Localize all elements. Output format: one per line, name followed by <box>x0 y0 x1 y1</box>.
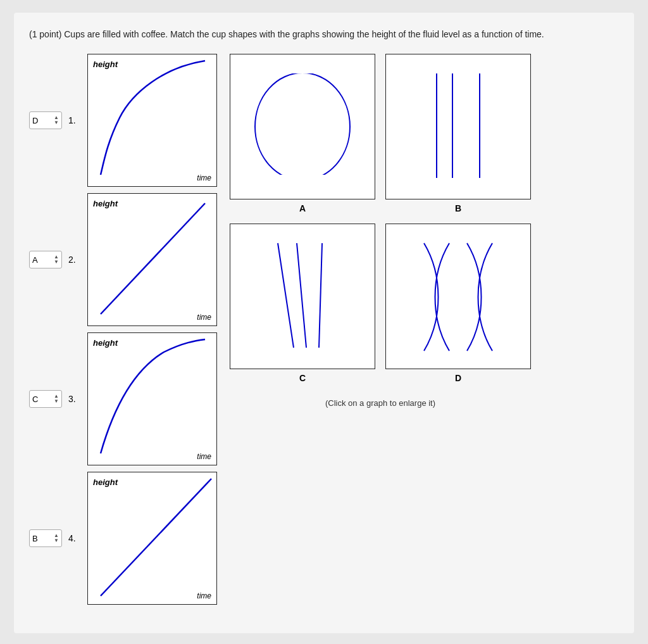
cup-row-top: A B <box>230 54 531 213</box>
cup-box-C[interactable] <box>230 224 375 369</box>
item-number-2: 2. <box>68 255 81 265</box>
question-text: (1 point) Cups are filled with coffee. M… <box>29 28 619 41</box>
cup-C-label: C <box>299 373 306 383</box>
main-content: D ▲▼ 1. height time A ▲▼ <box>29 54 619 605</box>
svg-point-0 <box>255 73 350 180</box>
svg-line-8 <box>319 243 322 348</box>
graph-box-1[interactable]: height time <box>87 54 217 187</box>
dropdown-3-arrows: ▲▼ <box>54 394 59 404</box>
svg-rect-2 <box>230 175 375 199</box>
cup-row-bottom: C D <box>230 224 531 383</box>
dropdown-3-value: C <box>32 395 54 404</box>
svg-line-6 <box>278 243 294 348</box>
graph-box-4[interactable]: height time <box>87 472 217 605</box>
left-column: D ▲▼ 1. height time A ▲▼ <box>29 54 217 605</box>
cup-box-D[interactable] <box>385 224 531 369</box>
dropdown-2[interactable]: A ▲▼ <box>29 251 62 268</box>
cup-A-label: A <box>299 203 306 213</box>
cup-D-label: D <box>455 373 461 383</box>
graph-row-4: B ▲▼ 4. height time <box>29 472 217 605</box>
dropdown-3[interactable]: C ▲▼ <box>29 390 62 408</box>
cup-box-A[interactable] <box>230 54 375 199</box>
graph-box-3[interactable]: height time <box>87 332 217 465</box>
dropdown-4[interactable]: B ▲▼ <box>29 529 62 547</box>
graph-row-3: C ▲▼ 3. height time <box>29 332 217 465</box>
dropdown-1-arrows: ▲▼ <box>54 115 59 125</box>
graph-row-1: D ▲▼ 1. height time <box>29 54 217 187</box>
dropdown-1[interactable]: D ▲▼ <box>29 111 62 129</box>
item-number-1: 1. <box>68 115 81 125</box>
click-hint: (Click on a graph to enlarge it) <box>230 398 531 408</box>
main-card: (1 point) Cups are filled with coffee. M… <box>14 13 634 633</box>
svg-line-7 <box>297 243 306 348</box>
cup-B-label: B <box>455 203 461 213</box>
item-number-3: 3. <box>68 394 81 404</box>
dropdown-4-value: B <box>32 534 54 543</box>
dropdown-2-arrows: ▲▼ <box>54 255 59 265</box>
dropdown-1-value: D <box>32 116 54 125</box>
item-number-4: 4. <box>68 533 81 543</box>
graph-box-2[interactable]: height time <box>87 193 217 326</box>
graph-row-2: A ▲▼ 2. height time <box>29 193 217 326</box>
svg-rect-1 <box>230 54 375 73</box>
cup-box-B[interactable] <box>385 54 531 199</box>
right-column: A B <box>230 54 531 605</box>
dropdown-4-arrows: ▲▼ <box>54 533 59 543</box>
dropdown-2-value: A <box>32 255 54 265</box>
